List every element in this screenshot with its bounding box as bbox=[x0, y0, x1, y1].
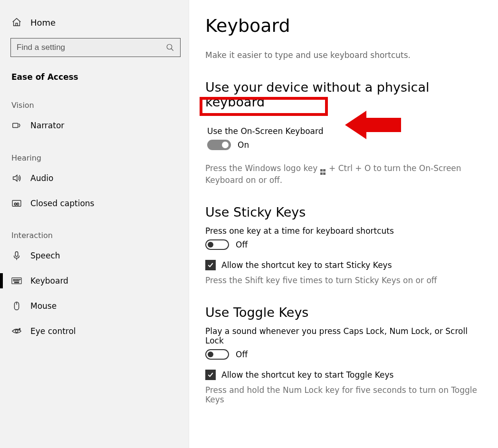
svg-point-8 bbox=[16, 279, 16, 280]
sidebar-item-speech[interactable]: Speech bbox=[0, 243, 189, 268]
sticky-shortcut-checkbox[interactable] bbox=[205, 260, 216, 270]
sidebar-item-label: Mouse bbox=[30, 301, 57, 311]
svg-point-9 bbox=[17, 279, 18, 280]
togglekeys-note: Press and hold the Num Lock key for five… bbox=[205, 385, 481, 404]
sidebar-item-eye-control[interactable]: Eye control bbox=[0, 319, 189, 343]
sidebar-category-title: Ease of Access bbox=[0, 66, 189, 86]
microphone-icon bbox=[11, 250, 22, 261]
sidebar-group-interaction: Interaction bbox=[0, 228, 189, 243]
svg-point-7 bbox=[15, 279, 15, 280]
sidebar-item-home[interactable]: Home bbox=[0, 11, 189, 33]
sidebar-item-label: Keyboard bbox=[30, 276, 68, 286]
sidebar-group-hearing: Hearing bbox=[0, 151, 189, 165]
audio-icon bbox=[11, 173, 22, 183]
sidebar-item-label: Speech bbox=[30, 251, 60, 260]
sidebar-group-vision: Vision bbox=[0, 98, 189, 113]
svg-point-10 bbox=[19, 279, 19, 280]
sidebar-item-mouse[interactable]: Mouse bbox=[0, 293, 189, 319]
home-icon bbox=[11, 17, 22, 28]
sidebar-home-label: Home bbox=[30, 18, 56, 28]
section-heading: Use your device without a physical keybo… bbox=[205, 80, 481, 109]
sidebar-item-label: Closed captions bbox=[30, 199, 94, 208]
osk-label: Use the On-Screen Keyboard bbox=[207, 126, 481, 136]
svg-point-16 bbox=[19, 280, 19, 281]
sidebar-item-closed-captions[interactable]: CC Closed captions bbox=[0, 191, 189, 216]
svg-point-19 bbox=[15, 330, 18, 333]
togglekeys-shortcut-label: Allow the shortcut key to start Toggle K… bbox=[221, 370, 393, 380]
page-title: Keyboard bbox=[205, 15, 481, 36]
search-input[interactable] bbox=[10, 38, 181, 57]
sidebar-item-narrator[interactable]: Narrator bbox=[0, 113, 189, 138]
svg-rect-17 bbox=[14, 282, 19, 283]
osk-hint: Press the Windows logo key + Ctrl + O to… bbox=[205, 163, 481, 185]
windows-logo-icon bbox=[320, 169, 326, 175]
search-icon[interactable] bbox=[166, 43, 174, 52]
mouse-icon bbox=[11, 301, 22, 311]
main-content: Keyboard Make it easier to type and use … bbox=[189, 0, 498, 448]
svg-point-0 bbox=[167, 44, 172, 49]
svg-text:CC: CC bbox=[14, 202, 19, 206]
sidebar: Home Ease of Access Vision Narrator Hear… bbox=[0, 0, 189, 448]
sidebar-item-label: Eye control bbox=[30, 326, 76, 336]
svg-point-15 bbox=[17, 280, 18, 281]
keyboard-icon bbox=[11, 277, 22, 285]
section-heading: Use Sticky Keys bbox=[205, 205, 481, 219]
svg-rect-4 bbox=[15, 252, 18, 257]
svg-rect-1 bbox=[13, 123, 18, 127]
osk-toggle-state: On bbox=[238, 140, 249, 150]
sidebar-item-label: Audio bbox=[30, 173, 53, 183]
togglekeys-toggle-state: Off bbox=[236, 350, 248, 359]
sticky-toggle[interactable] bbox=[205, 239, 229, 250]
svg-point-12 bbox=[13, 280, 14, 281]
sidebar-item-audio[interactable]: Audio bbox=[0, 165, 189, 191]
sidebar-item-keyboard[interactable]: Keyboard bbox=[0, 268, 189, 293]
svg-point-11 bbox=[20, 279, 20, 280]
section-heading: Use Toggle Keys bbox=[205, 305, 481, 320]
svg-point-6 bbox=[13, 279, 14, 280]
sticky-desc: Press one key at a time for keyboard sho… bbox=[205, 226, 481, 236]
page-subtitle: Make it easier to type and use keyboard … bbox=[205, 50, 481, 60]
eye-control-icon bbox=[11, 327, 22, 335]
sticky-shortcut-label: Allow the shortcut key to start Sticky K… bbox=[221, 260, 392, 270]
sticky-toggle-state: Off bbox=[236, 240, 248, 249]
closed-captions-icon: CC bbox=[11, 200, 22, 207]
svg-point-14 bbox=[16, 280, 16, 281]
togglekeys-shortcut-checkbox[interactable] bbox=[205, 370, 216, 380]
narrator-icon bbox=[11, 120, 22, 131]
sticky-note: Press the Shift key five times to turn S… bbox=[205, 276, 481, 285]
osk-toggle[interactable] bbox=[207, 140, 231, 150]
togglekeys-desc: Play a sound whenever you press Caps Loc… bbox=[205, 326, 481, 345]
svg-point-13 bbox=[15, 280, 15, 281]
sidebar-item-label: Narrator bbox=[30, 121, 64, 130]
togglekeys-toggle[interactable] bbox=[205, 349, 229, 360]
search-wrap bbox=[10, 38, 180, 57]
